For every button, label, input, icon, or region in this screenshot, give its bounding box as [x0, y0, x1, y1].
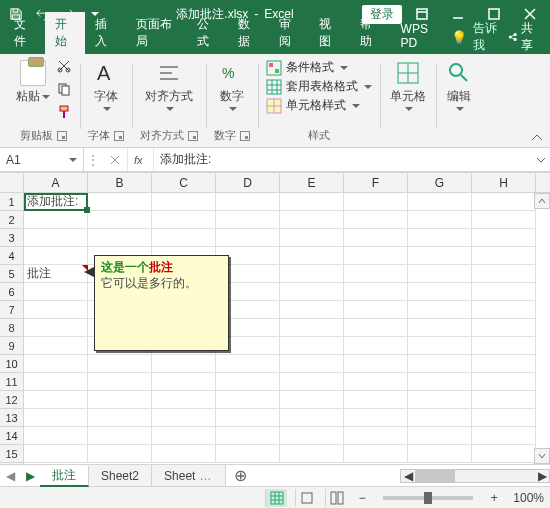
cell-H1[interactable] [472, 193, 536, 211]
cell-A11[interactable] [24, 373, 88, 391]
scroll-up-icon[interactable] [534, 193, 550, 209]
cell-F15[interactable] [344, 445, 408, 463]
new-sheet-icon[interactable]: ⊕ [226, 465, 254, 486]
cell-styles-button[interactable]: 单元格样式 [266, 96, 360, 115]
hscroll-right-icon[interactable]: ▶ [535, 470, 549, 482]
cell-H12[interactable] [472, 391, 536, 409]
cell-A15[interactable] [24, 445, 88, 463]
col-header-D[interactable]: D [216, 173, 280, 192]
sheet-nav-prev-icon[interactable]: ◀ [0, 465, 20, 486]
page-break-view-icon[interactable] [325, 489, 347, 507]
cell-A14[interactable] [24, 427, 88, 445]
cancel-fx-icon[interactable] [102, 148, 128, 171]
cell-C11[interactable] [152, 373, 216, 391]
cell-D14[interactable] [216, 427, 280, 445]
cell-H11[interactable] [472, 373, 536, 391]
hscroll-left-icon[interactable]: ◀ [401, 470, 415, 482]
cell-F2[interactable] [344, 211, 408, 229]
cell-H13[interactable] [472, 409, 536, 427]
tab-data[interactable]: 数据 [228, 12, 269, 54]
sheet-nav-next-icon[interactable]: ▶ [20, 465, 40, 486]
format-painter-icon[interactable] [56, 104, 72, 123]
col-header-H[interactable]: H [472, 173, 536, 192]
col-header-B[interactable]: B [88, 173, 152, 192]
cell-D1[interactable] [216, 193, 280, 211]
cell-B13[interactable] [88, 409, 152, 427]
cell-G15[interactable] [408, 445, 472, 463]
cell-G10[interactable] [408, 355, 472, 373]
cell-C13[interactable] [152, 409, 216, 427]
paste-button[interactable]: 粘贴 [14, 58, 52, 107]
row-header-3[interactable]: 3 [0, 229, 23, 247]
cell-F14[interactable] [344, 427, 408, 445]
font-button[interactable]: A 字体 [91, 58, 121, 113]
number-launcher-icon[interactable] [240, 131, 250, 141]
hscroll-thumb[interactable] [415, 470, 455, 482]
row-header-13[interactable]: 13 [0, 409, 23, 427]
cell-C2[interactable] [152, 211, 216, 229]
cell-B10[interactable] [88, 355, 152, 373]
tab-wps[interactable]: WPS PD [391, 18, 452, 54]
cell-E9[interactable] [280, 337, 344, 355]
cell-G3[interactable] [408, 229, 472, 247]
cell-G11[interactable] [408, 373, 472, 391]
cell-G5[interactable] [408, 265, 472, 283]
cell-A13[interactable] [24, 409, 88, 427]
cell-F12[interactable] [344, 391, 408, 409]
clipboard-launcher-icon[interactable] [57, 131, 67, 141]
conditional-format-button[interactable]: 条件格式 [266, 58, 348, 77]
cell-H6[interactable] [472, 283, 536, 301]
cell-B3[interactable] [88, 229, 152, 247]
cell-H3[interactable] [472, 229, 536, 247]
cell-A9[interactable] [24, 337, 88, 355]
tab-home[interactable]: 开始 [45, 12, 86, 54]
cell-E14[interactable] [280, 427, 344, 445]
col-header-F[interactable]: F [344, 173, 408, 192]
row-header-4[interactable]: 4 [0, 247, 23, 265]
cell-D2[interactable] [216, 211, 280, 229]
row-header-9[interactable]: 9 [0, 337, 23, 355]
tab-view[interactable]: 视图 [309, 12, 350, 54]
cell-A10[interactable] [24, 355, 88, 373]
row-headers[interactable]: 123456789101112131415 [0, 193, 24, 464]
cell-F10[interactable] [344, 355, 408, 373]
cell-E13[interactable] [280, 409, 344, 427]
name-box[interactable]: A1 [0, 148, 84, 171]
cell-C14[interactable] [152, 427, 216, 445]
cell-F13[interactable] [344, 409, 408, 427]
editing-button[interactable]: 编辑 [444, 58, 474, 113]
cell-H9[interactable] [472, 337, 536, 355]
tab-insert[interactable]: 插入 [85, 12, 126, 54]
cell-D13[interactable] [216, 409, 280, 427]
cell-G1[interactable] [408, 193, 472, 211]
cell-A6[interactable] [24, 283, 88, 301]
collapse-ribbon-icon[interactable] [528, 131, 546, 145]
row-header-15[interactable]: 15 [0, 445, 23, 463]
cell-D3[interactable] [216, 229, 280, 247]
cell-E15[interactable] [280, 445, 344, 463]
col-header-G[interactable]: G [408, 173, 472, 192]
sheet-tab-1[interactable]: 批注 [40, 466, 89, 487]
cell-E1[interactable] [280, 193, 344, 211]
expand-formula-bar-icon[interactable] [532, 148, 550, 171]
cell-E5[interactable] [280, 265, 344, 283]
insert-function-icon[interactable]: fx [128, 148, 154, 171]
cell-H8[interactable] [472, 319, 536, 337]
cell-F6[interactable] [344, 283, 408, 301]
normal-view-icon[interactable] [265, 489, 287, 507]
cell-B2[interactable] [88, 211, 152, 229]
cell-G6[interactable] [408, 283, 472, 301]
cell-F3[interactable] [344, 229, 408, 247]
col-header-A[interactable]: A [24, 173, 88, 192]
cell-A8[interactable] [24, 319, 88, 337]
cell-A7[interactable] [24, 301, 88, 319]
cell-G8[interactable] [408, 319, 472, 337]
col-header-E[interactable]: E [280, 173, 344, 192]
row-header-10[interactable]: 10 [0, 355, 23, 373]
row-header-12[interactable]: 12 [0, 391, 23, 409]
cell-B15[interactable] [88, 445, 152, 463]
cell-G12[interactable] [408, 391, 472, 409]
zoom-slider[interactable] [383, 496, 473, 500]
cell-H5[interactable] [472, 265, 536, 283]
zoom-in-icon[interactable]: + [487, 491, 501, 505]
